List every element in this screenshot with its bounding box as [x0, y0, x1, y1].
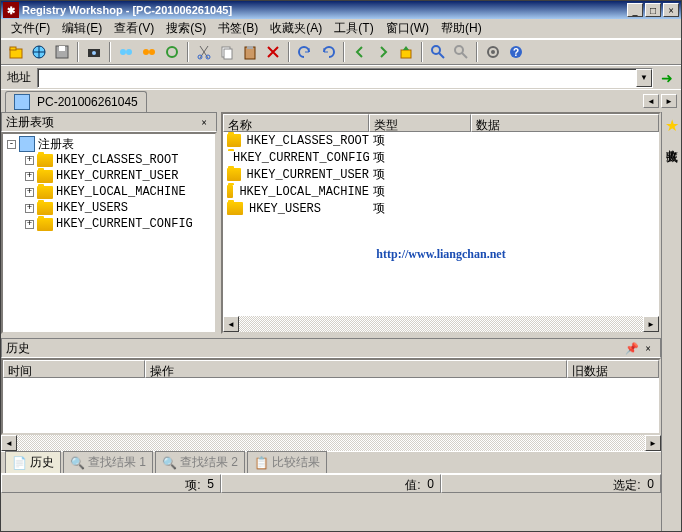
scroll-right-icon[interactable]: ► [643, 316, 659, 332]
address-dropdown-icon[interactable]: ▼ [636, 69, 652, 87]
tb-find-icon[interactable] [427, 41, 449, 63]
menu-help[interactable]: 帮助(H) [435, 18, 488, 39]
menu-search[interactable]: 搜索(S) [160, 18, 212, 39]
hist-col-time[interactable]: 时间 [3, 360, 145, 378]
workspace-tabs: PC-201006261045 ◄ ► [1, 89, 681, 112]
tb-forward-icon[interactable] [372, 41, 394, 63]
tb-connect-icon[interactable] [115, 41, 137, 63]
svg-point-22 [491, 50, 495, 54]
svg-point-8 [126, 49, 132, 55]
col-type[interactable]: 类型 [369, 114, 471, 132]
registry-tree[interactable]: - 注册表 +HKEY_CLASSES_ROOT +HKEY_CURRENT_U… [1, 132, 217, 334]
expand-icon[interactable]: + [25, 188, 34, 197]
tb-disconnect-icon[interactable] [138, 41, 160, 63]
tree-node[interactable]: +HKEY_CLASSES_ROOT [5, 152, 213, 168]
scroll-left-icon[interactable]: ◄ [223, 316, 239, 332]
menu-file[interactable]: 文件(F) [5, 18, 56, 39]
col-name[interactable]: 名称 [223, 114, 369, 132]
folder-icon [37, 186, 53, 199]
list-item[interactable]: HKEY_LOCAL_MACHINE项 [223, 183, 659, 200]
tb-delete-icon[interactable] [262, 41, 284, 63]
tree-node[interactable]: +HKEY_USERS [5, 200, 213, 216]
tb-undo-icon[interactable] [294, 41, 316, 63]
collapse-icon[interactable]: - [7, 140, 16, 149]
close-button[interactable]: × [663, 3, 679, 17]
tab-scroll-left-icon[interactable]: ◄ [643, 94, 659, 108]
right-sidebar: ★ 收藏夹 [661, 112, 681, 531]
ws-tab-active[interactable]: PC-201006261045 [5, 91, 147, 112]
status-bar: 项: 5 值: 0 选定: 0 [1, 473, 661, 493]
maximize-button[interactable]: □ [645, 3, 661, 17]
scroll-left-icon[interactable]: ◄ [1, 435, 17, 451]
tb-replace-icon[interactable] [450, 41, 472, 63]
h-scrollbar[interactable]: ◄ ► [1, 435, 661, 451]
tb-up-icon[interactable] [395, 41, 417, 63]
tree-node-label: HKEY_LOCAL_MACHINE [56, 185, 186, 199]
hist-col-op[interactable]: 操作 [145, 360, 567, 378]
menu-tools[interactable]: 工具(T) [328, 18, 379, 39]
menu-view[interactable]: 查看(V) [108, 18, 160, 39]
tb-copy-icon[interactable] [216, 41, 238, 63]
btab-compare[interactable]: 📋比较结果 [247, 451, 327, 474]
folder-icon [37, 202, 53, 215]
btab-find2[interactable]: 🔍查找结果 2 [155, 451, 245, 474]
expand-icon[interactable]: + [25, 172, 34, 181]
expand-icon[interactable]: + [25, 220, 34, 229]
separator [421, 42, 423, 62]
list-item[interactable]: HKEY_USERS项 [223, 200, 659, 217]
list-item[interactable]: HKEY_CLASSES_ROOT项 [223, 132, 659, 149]
tb-help-icon[interactable]: ? [505, 41, 527, 63]
list-header: 名称 类型 数据 [223, 114, 659, 132]
tb-snapshot-icon[interactable] [83, 41, 105, 63]
tb-open-local-icon[interactable] [5, 41, 27, 63]
menu-edit[interactable]: 编辑(E) [56, 18, 108, 39]
menu-bookmark[interactable]: 书签(B) [212, 18, 264, 39]
cell-name: HKEY_CURRENT_USER [247, 168, 369, 182]
cell-name: HKEY_LOCAL_MACHINE [239, 185, 369, 199]
tb-paste-icon[interactable] [239, 41, 261, 63]
separator [109, 42, 111, 62]
svg-rect-15 [224, 49, 232, 59]
history-pin-icon[interactable]: 📌 [624, 341, 640, 355]
list-item[interactable]: HKEY_CURRENT_CONFIG项 [223, 149, 659, 166]
history-close-icon[interactable]: × [640, 341, 656, 355]
tree-node[interactable]: +HKEY_CURRENT_USER [5, 168, 213, 184]
h-scrollbar[interactable]: ◄ ► [223, 316, 659, 332]
go-button[interactable]: ➜ [657, 68, 677, 88]
separator [343, 42, 345, 62]
watermark-link[interactable]: http://www.liangchan.net [223, 247, 659, 262]
tb-open-remote-icon[interactable] [28, 41, 50, 63]
tb-refresh-icon[interactable] [161, 41, 183, 63]
hist-col-old[interactable]: 旧数据 [567, 360, 659, 378]
tab-scroll-right-icon[interactable]: ► [661, 94, 677, 108]
col-data[interactable]: 数据 [471, 114, 659, 132]
history-list[interactable]: 时间 操作 旧数据 [1, 358, 661, 435]
value-list[interactable]: 名称 类型 数据 HKEY_CLASSES_ROOT项 HKEY_CURRENT… [221, 112, 661, 334]
btab-find1[interactable]: 🔍查找结果 1 [63, 451, 153, 474]
tb-save-icon[interactable] [51, 41, 73, 63]
minimize-button[interactable]: _ [627, 3, 643, 17]
btab-history[interactable]: 📄历史 [5, 451, 61, 474]
tb-back-icon[interactable] [349, 41, 371, 63]
favorite-star-icon[interactable]: ★ [665, 116, 679, 135]
titlebar[interactable]: ✱ Registry Workshop - [PC-201006261045] … [1, 1, 681, 19]
tree-node[interactable]: +HKEY_LOCAL_MACHINE [5, 184, 213, 200]
left-panel-close-icon[interactable]: × [196, 115, 212, 129]
list-item[interactable]: HKEY_CURRENT_USER项 [223, 166, 659, 183]
folder-icon [37, 218, 53, 231]
separator [476, 42, 478, 62]
tree-root[interactable]: - 注册表 [5, 136, 213, 152]
scroll-track[interactable] [239, 316, 643, 332]
scroll-right-icon[interactable]: ► [645, 435, 661, 451]
expand-icon[interactable]: + [25, 156, 34, 165]
tb-settings-icon[interactable] [482, 41, 504, 63]
address-bar: 地址 ▼ ➜ [1, 65, 681, 89]
tb-cut-icon[interactable] [193, 41, 215, 63]
scroll-track[interactable] [17, 435, 645, 451]
expand-icon[interactable]: + [25, 204, 34, 213]
address-combo[interactable]: ▼ [37, 68, 653, 88]
menu-window[interactable]: 窗口(W) [380, 18, 435, 39]
tb-redo-icon[interactable] [317, 41, 339, 63]
tree-node[interactable]: +HKEY_CURRENT_CONFIG [5, 216, 213, 232]
menu-favorites[interactable]: 收藏夹(A) [264, 18, 328, 39]
